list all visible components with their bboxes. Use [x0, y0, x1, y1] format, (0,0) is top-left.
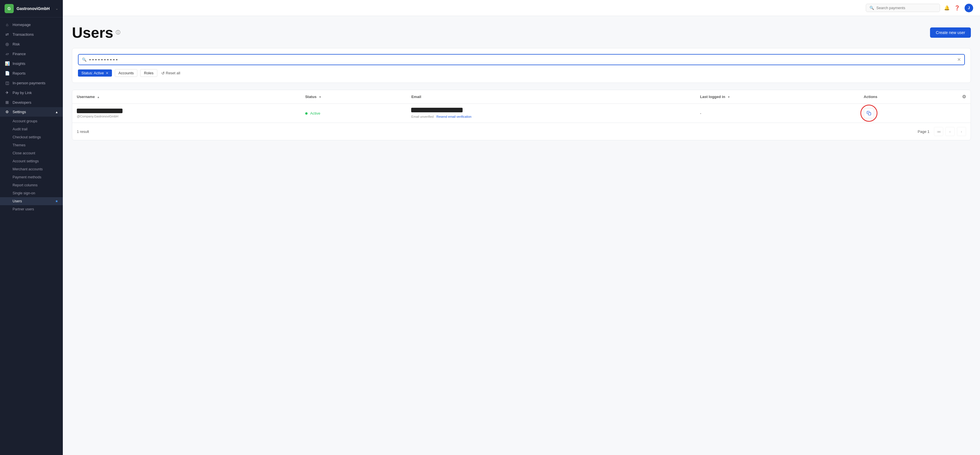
risk-icon: ◎ [5, 42, 10, 46]
reports-icon: 📄 [5, 71, 10, 75]
pagination-row: 1 result Page 1 ⏮ ‹ › [72, 123, 970, 140]
brand-logo: G [5, 4, 14, 13]
col-username: Username ▲ [72, 90, 301, 104]
email-unverified-label: Email unverified [411, 115, 433, 118]
sidebar-item-close-account[interactable]: Close account [0, 149, 63, 157]
reset-all-button[interactable]: ↺ Reset all [161, 71, 180, 75]
first-page-button[interactable]: ⏮ [934, 127, 943, 136]
brand-name: GastronoviGmbH [17, 6, 50, 11]
sidebar: G GastronoviGmbH ⌄ ⌂ Homepage ⇄ Transact… [0, 0, 63, 455]
sidebar-item-label: Pay by Link [13, 91, 32, 95]
clear-search-icon[interactable]: ✕ [957, 57, 961, 62]
sidebar-item-report-columns[interactable]: Report columns [0, 181, 63, 189]
status-active-filter[interactable]: Status: Active ✕ [78, 69, 112, 77]
finance-icon: ▱ [5, 51, 10, 56]
sort-asc-icon[interactable]: ▲ [97, 96, 100, 99]
home-icon: ⌂ [5, 22, 10, 27]
sidebar-item-reports[interactable]: 📄 Reports [0, 68, 63, 78]
accounts-filter-button[interactable]: Accounts [115, 69, 137, 77]
search-input-row: 🔍 ✕ [78, 54, 965, 65]
notifications-button[interactable]: 🔔 [944, 5, 950, 11]
sidebar-item-finance[interactable]: ▱ Finance [0, 49, 63, 59]
prev-page-button[interactable]: ‹ [945, 127, 955, 136]
sidebar-item-merchant-accounts[interactable]: Merchant accounts [0, 165, 63, 173]
sidebar-item-account-groups[interactable]: Account groups [0, 117, 63, 125]
avatar[interactable]: J [964, 4, 973, 12]
sidebar-item-developers[interactable]: ⊞ Developers [0, 97, 63, 107]
in-person-icon: ◫ [5, 81, 10, 85]
search-bar[interactable]: 🔍 [866, 4, 940, 12]
status-dot [305, 112, 307, 115]
filter-section: 🔍 ✕ Status: Active ✕ Accounts Roles ↺ Re… [72, 48, 971, 83]
sidebar-item-label: Developers [13, 100, 32, 105]
sidebar-item-themes[interactable]: Themes [0, 141, 63, 149]
sidebar-item-label: Risk [13, 42, 20, 46]
page-label: Page 1 [918, 129, 929, 134]
top-header: 🔍 🔔 ❓ J [63, 0, 980, 16]
sidebar-item-settings[interactable]: ⚙ Settings ▲ [0, 107, 63, 117]
paybylink-icon: ✈ [5, 90, 10, 95]
search-input[interactable] [877, 6, 936, 10]
pagination-controls: Page 1 ⏮ ‹ › [918, 127, 966, 136]
insights-icon: 📊 [5, 61, 10, 66]
info-icon[interactable]: ⓘ [116, 30, 120, 36]
sidebar-item-audit-trail[interactable]: Audit trail [0, 125, 63, 133]
sidebar-item-risk[interactable]: ◎ Risk [0, 39, 63, 49]
settings-icon: ⚙ [5, 110, 10, 114]
search-icon: 🔍 [870, 6, 874, 10]
sidebar-item-in-person[interactable]: ◫ In-person payments [0, 78, 63, 88]
sidebar-item-users[interactable]: Users ★ [0, 197, 63, 205]
reset-icon: ↺ [161, 71, 165, 75]
sort-desc-icon[interactable]: ▼ [319, 96, 321, 99]
transactions-icon: ⇄ [5, 32, 10, 37]
sidebar-item-account-settings[interactable]: Account settings [0, 157, 63, 165]
page-title: Users [72, 24, 113, 41]
roles-filter-button[interactable]: Roles [140, 69, 157, 77]
sidebar-item-payment-methods[interactable]: Payment methods [0, 173, 63, 181]
table-row: @Company.GastronoviGmbH Active Email unv… [72, 104, 970, 123]
users-table: Username ▲ Status ▼ Email Last logged in [72, 90, 970, 123]
sidebar-nav: ⌂ Homepage ⇄ Transactions ◎ Risk ▱ Finan… [0, 18, 63, 455]
status-active-label: Status: Active [81, 71, 104, 75]
sidebar-item-label: In-person payments [13, 81, 45, 85]
col-last-logged-in: Last logged in ▼ [695, 90, 859, 104]
user-search-input[interactable] [89, 57, 955, 62]
main-content: 🔍 🔔 ❓ J Users ⓘ Create new user 🔍 ✕ [63, 0, 980, 455]
help-button[interactable]: ❓ [954, 5, 960, 11]
sidebar-item-label: Homepage [13, 22, 31, 27]
brand-header[interactable]: G GastronoviGmbH ⌄ [0, 0, 63, 18]
chevron-up-icon: ▲ [55, 110, 58, 114]
sidebar-item-partner-users[interactable]: Partner users [0, 205, 63, 213]
col-actions: Actions ⚙ [859, 90, 970, 104]
page-header: Users ⓘ Create new user [72, 24, 971, 41]
result-count: 1 result [77, 129, 89, 134]
sidebar-item-checkout-settings[interactable]: Checkout settings [0, 133, 63, 141]
sidebar-item-paybylink[interactable]: ✈ Pay by Link [0, 88, 63, 97]
col-status: Status ▼ [301, 90, 407, 104]
sidebar-item-single-sign-on[interactable]: Single sign-on [0, 189, 63, 197]
resend-email-link[interactable]: Resend email verification [436, 115, 471, 118]
page-title-area: Users ⓘ [72, 24, 120, 41]
sidebar-item-homepage[interactable]: ⌂ Homepage [0, 20, 63, 29]
header-icons: 🔔 ❓ J [944, 4, 973, 12]
sidebar-item-label: Transactions [13, 32, 34, 37]
sidebar-item-label: Finance [13, 52, 26, 56]
email-cell: Email unverified Resend email verificati… [407, 104, 695, 123]
developers-icon: ⊞ [5, 100, 10, 105]
next-page-button[interactable]: › [957, 127, 966, 136]
table-settings-icon[interactable]: ⚙ [962, 94, 966, 99]
settings-sub-nav: Account groups Audit trail Checkout sett… [0, 117, 63, 214]
reset-all-label: Reset all [166, 71, 180, 75]
col-email: Email [407, 90, 695, 104]
search-input-icon: 🔍 [82, 57, 86, 62]
sidebar-item-transactions[interactable]: ⇄ Transactions [0, 29, 63, 39]
username-cell: @Company.GastronoviGmbH [72, 104, 301, 123]
username-sub: @Company.GastronoviGmbH [77, 115, 296, 118]
remove-filter-icon[interactable]: ✕ [106, 71, 108, 75]
create-new-user-button[interactable]: Create new user [930, 27, 971, 38]
sidebar-item-label: Settings [13, 110, 26, 114]
copy-action-button[interactable] [864, 108, 874, 118]
sort-last-logged-icon[interactable]: ▼ [727, 96, 730, 99]
sidebar-item-insights[interactable]: 📊 Insights [0, 59, 63, 68]
status-cell: Active [301, 104, 407, 123]
